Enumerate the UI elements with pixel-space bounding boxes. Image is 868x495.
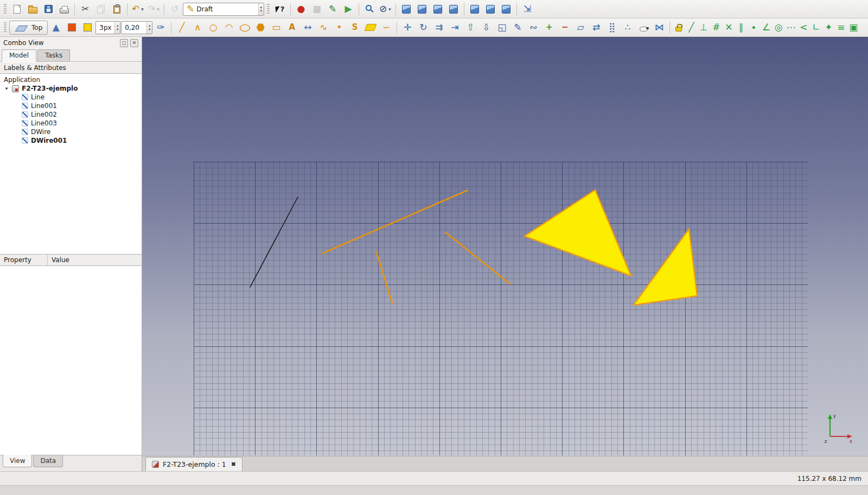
- snap-special-button[interactable]: ✦: [822, 21, 834, 34]
- draft-ellipse-button[interactable]: ○: [237, 20, 252, 35]
- draft-bspline-button[interactable]: ∿: [316, 20, 331, 35]
- view-left-button[interactable]: [499, 2, 514, 17]
- tab-data[interactable]: Data: [33, 455, 63, 467]
- draw-style-dropdown-arrow[interactable]: ▾: [388, 7, 391, 12]
- draft-array-button[interactable]: ⣿: [604, 20, 620, 35]
- tree-item-line002[interactable]: Line002: [0, 110, 142, 119]
- view-axonometric-button[interactable]: [399, 2, 414, 17]
- toolbar-handle[interactable]: [4, 22, 7, 33]
- view-bottom-button[interactable]: [483, 2, 498, 17]
- tab-view[interactable]: View: [3, 455, 32, 467]
- undo-dropdown-arrow[interactable]: ▾: [141, 7, 144, 12]
- draft-upgrade-button[interactable]: ⇧: [463, 20, 478, 35]
- snap-grid-button[interactable]: #: [710, 21, 722, 34]
- draft-arc-button[interactable]: ◠: [221, 20, 237, 35]
- apply-style-button[interactable]: ✑: [153, 20, 168, 35]
- draft-move-button[interactable]: ✛: [400, 20, 415, 35]
- measure-distance-button[interactable]: ⇲: [520, 2, 535, 17]
- tree-item-dwire001[interactable]: DWire001: [0, 136, 142, 145]
- snap-endpoint-button[interactable]: ╱: [685, 21, 697, 34]
- draft-rotate-button[interactable]: ↻: [416, 20, 431, 35]
- macro-stop-button[interactable]: ■: [309, 2, 324, 17]
- draft-bezier-button[interactable]: ∽: [379, 20, 394, 35]
- draft-delete-point-button[interactable]: −: [557, 20, 572, 35]
- line-width-spin-arrows[interactable]: ▴▾: [114, 22, 120, 34]
- draft-trimex-button[interactable]: ⇥: [447, 20, 462, 35]
- float-panel-icon[interactable]: ◻: [120, 39, 128, 47]
- redo-dropdown-arrow[interactable]: ▾: [157, 7, 159, 12]
- black-line[interactable]: [250, 197, 298, 287]
- working-plane-button[interactable]: Top: [9, 21, 48, 35]
- property-column-header[interactable]: Property: [0, 255, 48, 265]
- draft-downgrade-button[interactable]: ⇩: [478, 20, 494, 35]
- tree-item-line[interactable]: Line: [0, 93, 142, 101]
- snap-dimensions-button[interactable]: ≡: [835, 21, 847, 34]
- snap-lock-button[interactable]: [673, 21, 685, 34]
- close-tab-icon[interactable]: ✖: [231, 461, 236, 468]
- tree-root-application[interactable]: Application: [0, 75, 142, 84]
- draft-text-button[interactable]: A: [284, 20, 299, 35]
- snap-working-plane-button[interactable]: ▣: [847, 21, 859, 34]
- whats-this-button[interactable]: ?: [272, 2, 288, 17]
- toolbar-handle[interactable]: [4, 4, 7, 15]
- value-column-header[interactable]: Value: [48, 255, 73, 265]
- draft-dimension-button[interactable]: ↔: [300, 20, 315, 35]
- draft-to-sketch-button[interactable]: ⇄: [589, 20, 604, 35]
- snap-center-button[interactable]: ◎: [773, 21, 784, 34]
- view-right-button[interactable]: [446, 2, 461, 17]
- snap-angle-button[interactable]: ∠: [760, 21, 772, 34]
- draft-path-array-button[interactable]: ∴: [620, 20, 635, 35]
- tree-item-line001[interactable]: Line001: [0, 101, 142, 110]
- draft-shape2dview-button[interactable]: ▱: [573, 20, 588, 35]
- draft-wire-button[interactable]: ∧: [190, 20, 205, 35]
- draft-scale-button[interactable]: ◱: [494, 20, 509, 35]
- macro-record-button[interactable]: ●: [293, 2, 309, 17]
- tree-item-line003[interactable]: Line003: [0, 119, 142, 128]
- document-tab[interactable]: F2-T23-ejemplo : 1 ✖: [145, 457, 242, 471]
- draft-polygon-button[interactable]: [253, 20, 268, 35]
- workbench-selector-arrows[interactable]: ▴▾: [258, 3, 264, 15]
- draft-offset-button[interactable]: ⇉: [431, 20, 446, 35]
- view-top-button[interactable]: [430, 2, 445, 17]
- draft-facebinder-button[interactable]: [363, 20, 378, 35]
- macro-edit-button[interactable]: ✎: [325, 2, 340, 17]
- draft-rectangle-button[interactable]: ▭: [269, 20, 284, 35]
- toolbar-handle[interactable]: [267, 4, 270, 15]
- workbench-selector[interactable]: ✎Draft▴▾: [183, 3, 264, 16]
- zoom-fit-all-button[interactable]: [362, 2, 377, 17]
- orange-line-long[interactable]: [322, 191, 467, 253]
- redo-button[interactable]: ↷▾: [146, 2, 161, 17]
- snap-midpoint-button[interactable]: ∙: [748, 21, 760, 34]
- new-document-button[interactable]: [9, 2, 24, 17]
- tab-tasks[interactable]: Tasks: [37, 49, 70, 61]
- snap-near-button[interactable]: <: [797, 21, 809, 34]
- snap-ortho-button[interactable]: ∟: [810, 21, 822, 34]
- draw-style-button[interactable]: ⊘▾: [378, 2, 393, 17]
- face-color-swatch[interactable]: [80, 20, 95, 35]
- copy-button[interactable]: [93, 2, 108, 17]
- yellow-triangle-small[interactable]: [634, 229, 697, 305]
- line-color-swatch[interactable]: [64, 20, 79, 35]
- draft-shapestring-button[interactable]: S: [347, 20, 362, 35]
- text-size-spin-arrows[interactable]: ▴▾: [146, 22, 152, 34]
- refresh-button[interactable]: ↺: [167, 2, 182, 17]
- save-document-button[interactable]: [41, 2, 56, 17]
- draft-line-button[interactable]: ╱: [174, 20, 189, 35]
- orange-line-diagonal[interactable]: [445, 232, 510, 284]
- line-width-spinbox[interactable]: 3px▴▾: [95, 21, 120, 34]
- view-rear-button[interactable]: [467, 2, 482, 17]
- construction-mode-button[interactable]: ▲: [48, 20, 63, 35]
- orange-line-short[interactable]: [376, 252, 392, 303]
- draft-edit-button[interactable]: ✎: [510, 20, 525, 35]
- 3d-viewport[interactable]: y x z: [142, 37, 868, 456]
- close-panel-icon[interactable]: ✕: [130, 39, 138, 47]
- snap-parallel-button[interactable]: ∥: [735, 21, 747, 34]
- print-button[interactable]: [56, 2, 72, 17]
- draft-add-point-button[interactable]: +: [541, 20, 557, 35]
- macro-execute-button[interactable]: ▶: [341, 2, 356, 17]
- yellow-triangle-large[interactable]: [525, 190, 631, 276]
- view-front-button[interactable]: [414, 2, 430, 17]
- draft-clone-button[interactable]: [636, 20, 651, 35]
- snap-intersection-button[interactable]: ✕: [723, 21, 735, 34]
- draft-wire-to-bspline-button[interactable]: ∾: [526, 20, 541, 35]
